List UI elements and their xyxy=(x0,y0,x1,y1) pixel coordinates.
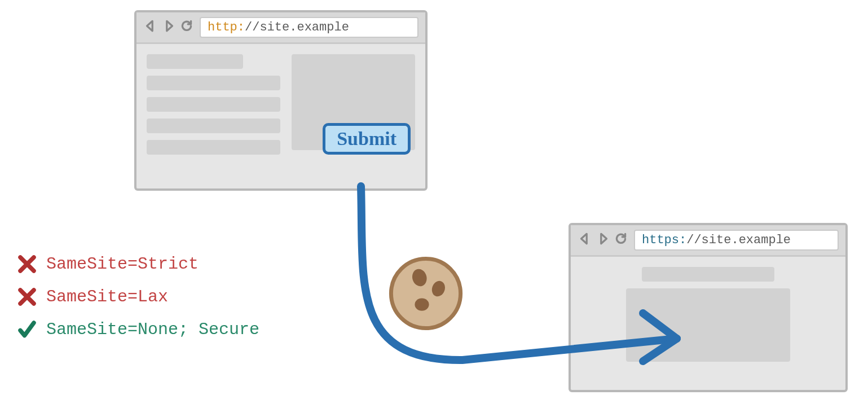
url-bar: https://site.example xyxy=(634,230,839,251)
url-scheme: https: xyxy=(642,233,686,247)
cross-icon xyxy=(17,254,37,274)
rule-label: SameSite=None; Secure xyxy=(46,320,259,339)
browser-body xyxy=(571,257,845,379)
text-line xyxy=(147,97,280,112)
rule-lax: SameSite=Lax xyxy=(17,287,259,307)
svg-point-3 xyxy=(415,298,429,310)
forward-icon xyxy=(596,231,610,249)
browser-toolbar: http://site.example xyxy=(136,12,425,44)
cookie-icon xyxy=(386,254,465,336)
samesite-rules: SameSite=Strict SameSite=Lax SameSite=No… xyxy=(17,254,259,340)
reload-icon xyxy=(179,19,194,36)
browser-body: Submit xyxy=(136,44,425,165)
content-col xyxy=(147,54,280,155)
submit-button[interactable]: Submit xyxy=(323,123,411,155)
browser-window-source: http://site.example Submit xyxy=(134,10,428,191)
rule-label: SameSite=Strict xyxy=(46,255,199,274)
text-line xyxy=(147,76,280,90)
back-icon xyxy=(578,231,592,249)
text-line xyxy=(642,267,774,282)
browser-window-target: https://site.example xyxy=(569,223,848,392)
reload-icon xyxy=(614,231,628,249)
rule-label: SameSite=Lax xyxy=(46,287,168,306)
text-line xyxy=(147,140,280,155)
url-path: //site.example xyxy=(686,233,791,247)
back-icon xyxy=(143,19,158,36)
svg-point-0 xyxy=(391,258,460,328)
url-path: //site.example xyxy=(245,20,349,34)
forward-icon xyxy=(161,19,176,36)
browser-toolbar: https://site.example xyxy=(571,225,845,257)
check-icon xyxy=(17,319,37,340)
rule-none-secure: SameSite=None; Secure xyxy=(17,319,259,340)
text-line xyxy=(147,54,243,69)
url-bar: http://site.example xyxy=(200,17,418,38)
content-block xyxy=(626,288,790,362)
text-line xyxy=(147,119,280,133)
url-scheme: http: xyxy=(208,20,245,34)
cross-icon xyxy=(17,287,37,307)
nav-icons xyxy=(578,231,628,249)
nav-icons xyxy=(143,19,194,36)
rule-strict: SameSite=Strict xyxy=(17,254,259,274)
